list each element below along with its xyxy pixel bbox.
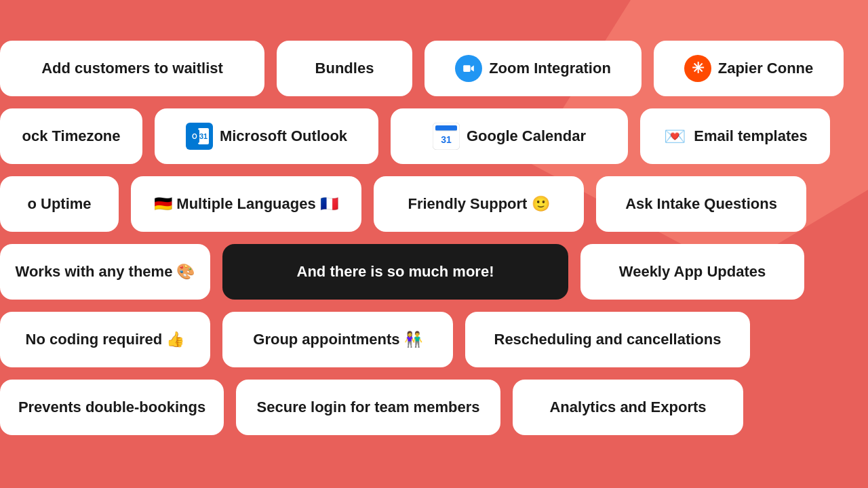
svg-text:31: 31 <box>199 132 208 140</box>
uptime-label: o Uptime <box>27 195 91 213</box>
timezone-pill: ock Timezone <box>0 108 142 164</box>
feature-row-1: Add customers to waitlist Bundles Zoom I… <box>0 41 868 96</box>
weekly-label: Weekly App Updates <box>619 263 766 281</box>
weekly-pill: Weekly App Updates <box>580 244 804 300</box>
outlook-label: Microsoft Outlook <box>220 127 347 145</box>
zoom-label: Zoom Integration <box>489 60 611 77</box>
bundles-pill: Bundles <box>277 41 412 96</box>
svg-text:✳: ✳ <box>692 60 705 77</box>
gcal-pill: 31 Google Calendar <box>391 108 628 164</box>
secure-pill: Secure login for team members <box>236 380 500 435</box>
svg-rect-9 <box>435 125 457 131</box>
more-pill: And there is so much more! <box>222 244 568 300</box>
intake-pill: Ask Intake Questions <box>596 176 806 232</box>
svg-text:31: 31 <box>441 134 452 145</box>
multilang-label: 🇩🇪 Multiple Languages 🇫🇷 <box>154 195 338 213</box>
support-label: Friendly Support 🙂 <box>408 195 549 213</box>
theme-pill: Works with any theme 🎨 <box>0 244 210 300</box>
svg-text:O: O <box>192 133 197 140</box>
gcal-label: Google Calendar <box>467 127 586 145</box>
feature-row-6: Prevents double-bookings Secure login fo… <box>0 380 868 435</box>
support-pill: Friendly Support 🙂 <box>374 176 584 232</box>
waitlist-label: Add customers to waitlist <box>41 60 223 77</box>
zoom-icon <box>455 55 482 82</box>
secure-label: Secure login for team members <box>257 399 480 416</box>
timezone-label: ock Timezone <box>22 127 120 145</box>
reschedule-pill: Rescheduling and cancellations <box>465 312 750 367</box>
analytics-pill: Analytics and Exports <box>513 380 743 435</box>
multilang-pill: 🇩🇪 Multiple Languages 🇫🇷 <box>131 176 361 232</box>
email-icon: 💌 <box>663 124 687 148</box>
zapier-pill: ✳ Zapier Conne <box>654 41 844 96</box>
more-label: And there is so much more! <box>297 263 494 281</box>
uptime-pill: o Uptime <box>0 176 119 232</box>
feature-row-2: ock Timezone 31 O Microsoft Outlook 31 <box>0 108 868 164</box>
zoom-svg <box>460 60 477 77</box>
nocoding-label: No coding required 👍 <box>26 331 185 348</box>
outlook-pill: 31 O Microsoft Outlook <box>155 108 378 164</box>
feature-row-4: Works with any theme 🎨 And there is so m… <box>0 244 868 300</box>
zapier-label: Zapier Conne <box>718 60 814 77</box>
email-label: Email templates <box>694 127 808 145</box>
waitlist-pill: Add customers to waitlist <box>0 41 264 96</box>
analytics-label: Analytics and Exports <box>549 399 706 416</box>
zapier-svg: ✳ <box>684 55 711 82</box>
double-label: Prevents double-bookings <box>18 399 205 416</box>
nocoding-pill: No coding required 👍 <box>0 312 210 367</box>
bundles-label: Bundles <box>315 60 374 77</box>
intake-label: Ask Intake Questions <box>625 195 777 213</box>
zoom-pill: Zoom Integration <box>425 41 642 96</box>
reschedule-label: Rescheduling and cancellations <box>494 331 722 348</box>
zapier-icon: ✳ <box>684 55 711 82</box>
features-grid: Add customers to waitlist Bundles Zoom I… <box>0 41 868 435</box>
feature-row-5: No coding required 👍 Group appointments … <box>0 312 868 367</box>
email-pill: 💌 Email templates <box>640 108 830 164</box>
theme-label: Works with any theme 🎨 <box>16 263 195 281</box>
double-pill: Prevents double-bookings <box>0 380 224 435</box>
outlook-icon: 31 O <box>186 123 213 150</box>
feature-row-3: o Uptime 🇩🇪 Multiple Languages 🇫🇷 Friend… <box>0 176 868 232</box>
group-label: Group appointments 👫 <box>253 331 422 348</box>
group-pill: Group appointments 👫 <box>222 312 453 367</box>
gcal-icon: 31 <box>433 123 460 150</box>
